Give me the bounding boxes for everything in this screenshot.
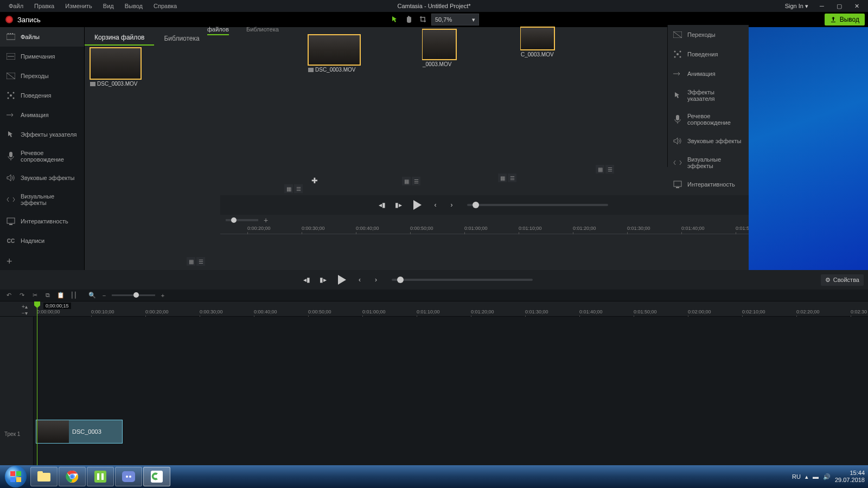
- right-sidebar-item-inter[interactable]: Интерактивность: [668, 175, 749, 194]
- cursor-tool-icon[interactable]: [389, 14, 401, 25]
- signin-button[interactable]: Sign In ▾: [781, 2, 813, 11]
- expand-up-icon[interactable]: +▴: [22, 304, 29, 309]
- record-icon[interactable]: [5, 16, 13, 23]
- sidebar-item-label: Надписи: [21, 237, 44, 244]
- export-button[interactable]: Вывод: [825, 14, 865, 25]
- hand-tool-icon[interactable]: [403, 14, 415, 25]
- paste-icon[interactable]: 📋: [56, 291, 65, 300]
- grid-view-icon[interactable]: ▦: [498, 174, 507, 182]
- play-button[interactable]: [333, 272, 349, 288]
- play-button[interactable]: [409, 197, 425, 213]
- ruler-tick: 0:01:00;00: [464, 226, 488, 231]
- maximize-button[interactable]: ▢: [831, 1, 847, 11]
- sidebar-item-visual[interactable]: Визуальные эффекты: [0, 188, 84, 211]
- timeline-ruler[interactable]: +▴ −▾ 0;00:00;15 0:00:00;000:00:10;000:0…: [0, 301, 868, 317]
- grid-view-icon[interactable]: ▦: [284, 184, 293, 193]
- close-button[interactable]: ✕: [848, 1, 865, 11]
- step-back-button[interactable]: ‹: [429, 199, 441, 211]
- step-fwd-button[interactable]: ›: [445, 199, 457, 211]
- tab-library[interactable]: Библиотека: [154, 31, 209, 46]
- minimize-button[interactable]: ─: [814, 1, 830, 11]
- menu-edit[interactable]: Правка: [29, 1, 60, 11]
- cursor-icon: [7, 130, 15, 139]
- tray-volume-icon[interactable]: 🔊: [823, 473, 831, 480]
- svg-rect-22: [676, 187, 679, 188]
- zoom-dropdown[interactable]: 50,7%▾: [431, 14, 479, 25]
- tray-clock[interactable]: 15:44 29.07.2018: [835, 470, 865, 484]
- timeline-clip[interactable]: DSC_0003: [36, 420, 123, 444]
- step-fwd-button[interactable]: ›: [370, 274, 382, 286]
- list-view-icon[interactable]: ☰: [196, 257, 205, 266]
- menu-output[interactable]: Вывод: [119, 1, 148, 11]
- list-view-icon[interactable]: ☰: [508, 174, 516, 182]
- split-icon[interactable]: ⎮⎮: [69, 291, 78, 300]
- taskbar-discord[interactable]: [115, 467, 142, 486]
- sidebar-item-behav[interactable]: Поведения: [0, 86, 84, 105]
- grid-view-icon[interactable]: ▦: [187, 257, 195, 266]
- taskbar-chrome[interactable]: [59, 467, 86, 486]
- svg-point-29: [71, 475, 74, 479]
- media-thumb[interactable]: DSC_0003.MOV: [90, 48, 141, 87]
- grid-view-icon[interactable]: ▦: [402, 177, 411, 185]
- tray-chevron-icon[interactable]: ▴: [805, 473, 808, 480]
- tray-language[interactable]: RU: [792, 473, 801, 480]
- next-frame-button[interactable]: ▮▸: [317, 274, 329, 286]
- list-view-icon[interactable]: ☰: [294, 184, 303, 193]
- zoom-in-icon[interactable]: +: [264, 216, 268, 224]
- menu-view[interactable]: Вид: [98, 1, 119, 11]
- crop-tool-icon[interactable]: [417, 14, 429, 25]
- sidebar-item-inter[interactable]: Интерактивность: [0, 211, 84, 231]
- sidebar-item-media[interactable]: Файлы: [0, 27, 84, 47]
- menu-file[interactable]: Файл: [3, 1, 29, 11]
- record-label[interactable]: Запись: [17, 16, 41, 24]
- list-view-icon[interactable]: ☰: [412, 177, 420, 185]
- zoom-in-icon[interactable]: +: [158, 291, 167, 300]
- right-sidebar-item-cursor[interactable]: Эффекты указателя: [668, 84, 749, 107]
- volume-slider[interactable]: [392, 279, 533, 281]
- redo-icon[interactable]: ↷: [17, 291, 26, 300]
- taskbar-app-green[interactable]: [87, 467, 114, 486]
- tray-network-icon[interactable]: ▬: [813, 473, 819, 480]
- prev-frame-button[interactable]: ◂▮: [301, 274, 312, 286]
- zoom-out-icon[interactable]: −: [100, 291, 108, 300]
- right-sidebar-item-behav[interactable]: Поведения: [668, 44, 749, 64]
- right-sidebar-item-visual[interactable]: Визуальные эффекты: [668, 151, 749, 175]
- tab-media-bin[interactable]: Корзина файлов: [85, 30, 154, 46]
- menu-help[interactable]: Справка: [148, 1, 182, 11]
- menu-modify[interactable]: Изменить: [60, 1, 98, 11]
- volume-slider[interactable]: [467, 204, 608, 206]
- add-tool-button[interactable]: +: [0, 253, 84, 270]
- next-frame-button[interactable]: ▮▸: [392, 199, 404, 211]
- search-icon[interactable]: 🔍: [88, 291, 97, 300]
- sidebar-item-cc[interactable]: CCНадписи: [0, 231, 84, 251]
- tab-media-bin-bg: файлов: [207, 26, 229, 35]
- right-sidebar-item-anim[interactable]: Анимация: [668, 64, 749, 84]
- cut-icon[interactable]: ✂: [30, 291, 39, 300]
- step-back-button[interactable]: ‹: [354, 274, 366, 286]
- right-sidebar-item-mic[interactable]: Речевое сопровождение: [668, 107, 749, 131]
- timeline-zoom-slider[interactable]: [112, 294, 155, 296]
- taskbar-explorer[interactable]: [30, 467, 58, 486]
- track-label[interactable]: Трек 1: [4, 431, 20, 437]
- start-button[interactable]: [2, 467, 29, 486]
- list-view-icon[interactable]: ☰: [605, 165, 614, 174]
- sidebar-item-audio[interactable]: Звуковые эффекты: [0, 168, 84, 188]
- timeline-zoom-slider[interactable]: [226, 219, 258, 221]
- properties-button[interactable]: ⚙Свойства: [821, 274, 864, 286]
- sidebar-item-cursor[interactable]: Эффекты указателя: [0, 125, 84, 144]
- tracks-area[interactable]: DSC_0003: [34, 317, 868, 465]
- taskbar-camtasia[interactable]: [143, 467, 170, 486]
- right-sidebar-item-trans[interactable]: Переходы: [668, 25, 749, 44]
- right-sidebar-item-audio[interactable]: Звуковые эффекты: [668, 131, 749, 151]
- sidebar-item-trans[interactable]: Переходы: [0, 66, 84, 86]
- sidebar-item-note[interactable]: Примечания: [0, 47, 84, 66]
- grid-view-icon[interactable]: ▦: [596, 165, 604, 174]
- tab-library-bg: Библиотека: [246, 26, 279, 34]
- copy-icon[interactable]: ⧉: [43, 291, 52, 300]
- sidebar-item-mic[interactable]: Речевое сопровождение: [0, 144, 84, 168]
- playhead[interactable]: [37, 301, 37, 465]
- desktop-background: [749, 27, 868, 270]
- undo-icon[interactable]: ↶: [4, 291, 13, 300]
- prev-frame-button[interactable]: ◂▮: [376, 199, 388, 211]
- sidebar-item-anim[interactable]: Анимация: [0, 105, 84, 125]
